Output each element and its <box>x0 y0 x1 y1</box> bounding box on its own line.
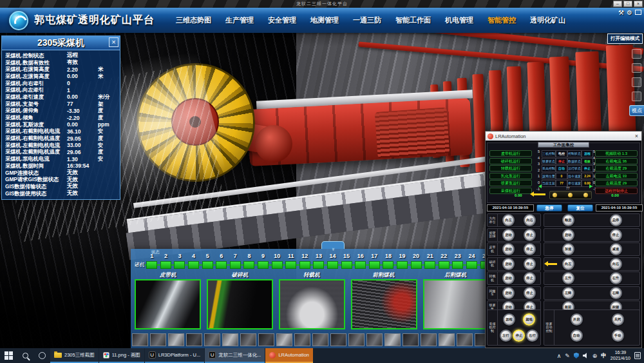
nav-item-8[interactable]: 透明化矿山 <box>523 15 573 25</box>
cortana-button[interactable] <box>33 348 50 363</box>
support-status-indicator[interactable] <box>451 261 465 269</box>
network-icon[interactable]: ⊕ <box>592 353 598 359</box>
support-status-indicator[interactable] <box>229 261 243 269</box>
control-button[interactable]: 右行 <box>526 329 538 342</box>
nav-item-4[interactable]: 一通三防 <box>346 15 388 25</box>
filmstrip-thumbnail[interactable] <box>402 333 419 346</box>
control-button[interactable]: 启动 <box>502 243 515 255</box>
camera-thumbnail[interactable] <box>135 279 201 329</box>
close-icon[interactable]: × <box>634 133 639 139</box>
nav-item-1[interactable]: 生产管理 <box>218 15 261 25</box>
status-button[interactable]: 左截温度 29 <box>595 180 638 186</box>
maximize-button[interactable]: □ <box>623 1 632 7</box>
pen-icon[interactable]: ✎ <box>565 353 570 359</box>
filmstrip-thumbnail[interactable] <box>294 333 310 346</box>
support-status-indicator[interactable] <box>368 261 382 269</box>
minimize-button[interactable]: – <box>613 1 622 7</box>
tools-icon[interactable]: ⚒ <box>618 9 624 17</box>
control-button[interactable]: 左升 <box>562 272 574 284</box>
status-button[interactable]: 喷雾泵运行 <box>489 180 532 186</box>
support-status-indicator[interactable] <box>200 261 214 269</box>
camera-thumbnail[interactable] <box>423 279 489 329</box>
side-tool-icon[interactable] <box>632 77 641 87</box>
status-button[interactable]: 右截电流 36 <box>595 158 638 164</box>
filmstrip-thumbnail[interactable] <box>204 333 220 346</box>
control-button[interactable]: 顺启 <box>562 214 574 226</box>
control-button[interactable]: 左行 <box>500 329 512 342</box>
support-status-indicator[interactable] <box>242 261 256 269</box>
start-button[interactable] <box>0 348 17 363</box>
support-status-indicator[interactable] <box>437 261 451 269</box>
filmstrip-thumbnail[interactable] <box>366 333 383 346</box>
support-status-indicator[interactable] <box>381 261 395 269</box>
side-tool-icon[interactable] <box>632 63 641 73</box>
control-button[interactable]: 减速 <box>610 243 622 255</box>
close-button[interactable]: × <box>634 1 643 7</box>
control-button[interactable]: 启动 <box>562 229 574 241</box>
status-button[interactable]: 乳化泵运行 <box>489 173 532 179</box>
camera-thumbnail[interactable] <box>279 279 345 329</box>
side-tool-icon[interactable] <box>632 92 641 101</box>
control-button[interactable]: 停止 <box>524 229 536 241</box>
taskbar-app[interactable]: 龙软二三维一体化... <box>205 348 265 363</box>
control-button[interactable]: 远程 <box>503 313 515 326</box>
control-button[interactable]: 停止 <box>524 258 536 270</box>
control-button[interactable]: 启动 <box>502 272 515 284</box>
control-button[interactable]: 停止 <box>513 329 525 342</box>
nav-item-0[interactable]: 三维态势图 <box>169 15 218 25</box>
filmstrip-thumbnail[interactable] <box>240 333 256 346</box>
control-button[interactable]: 停止 <box>610 229 622 241</box>
control-button[interactable]: 就地 <box>523 313 535 326</box>
support-status-indicator[interactable] <box>145 261 159 269</box>
filmstrip-thumbnail[interactable] <box>276 333 292 346</box>
status-button[interactable]: 右截温度 29 <box>595 165 638 172</box>
taskbar-app[interactable]: 2305三维截图 <box>50 348 99 363</box>
close-icon[interactable]: × <box>109 37 118 47</box>
control-button[interactable]: 停止 <box>524 243 536 255</box>
control-button[interactable]: 开启 <box>571 313 583 326</box>
control-button[interactable]: 启动 <box>502 258 515 270</box>
control-button[interactable]: 关闭 <box>612 313 624 326</box>
control-button[interactable]: 启动 <box>502 287 515 299</box>
taskbar-app[interactable]: LRAutomation <box>265 348 313 363</box>
camera-thumbnail[interactable] <box>207 279 273 329</box>
camera-thumbnail[interactable] <box>351 279 417 329</box>
filmstrip-thumbnail[interactable] <box>186 333 202 346</box>
support-status-indicator[interactable] <box>270 261 284 269</box>
nav-item-7[interactable]: 智能管控 <box>480 15 523 25</box>
filmstrip-thumbnail[interactable] <box>258 333 274 346</box>
filmstrip-thumbnail[interactable] <box>312 333 328 346</box>
shield-icon[interactable] <box>574 353 579 358</box>
status-button[interactable]: 破碎机运行 <box>489 158 532 164</box>
filmstrip-thumbnail[interactable] <box>348 333 365 346</box>
control-button[interactable]: 向左 <box>562 258 574 270</box>
control-button[interactable]: 向左 <box>502 214 515 226</box>
search-button[interactable] <box>17 348 33 363</box>
filmstrip-thumbnail[interactable] <box>384 333 401 346</box>
support-status-indicator[interactable] <box>187 261 201 269</box>
chevron-up-icon[interactable]: ∧ <box>557 353 562 359</box>
ime-language-indicator[interactable]: 中 <box>601 352 607 360</box>
support-status-indicator[interactable] <box>256 261 270 269</box>
filmstrip-thumbnail[interactable] <box>222 333 238 346</box>
support-status-indicator[interactable] <box>312 261 326 269</box>
viewpoint-tab[interactable]: 视点 <box>629 105 644 116</box>
filmstrip-thumbnail[interactable] <box>132 333 148 346</box>
speaker-icon[interactable] <box>583 353 589 358</box>
support-status-indicator[interactable] <box>423 261 437 269</box>
support-status-indicator[interactable] <box>395 261 410 269</box>
status-button[interactable]: 皮带机运行 <box>489 150 532 157</box>
control-button[interactable]: 总停 <box>610 214 622 226</box>
control-button[interactable]: 停止 <box>524 287 536 299</box>
filmstrip-thumbnail[interactable] <box>439 333 455 346</box>
gear-icon[interactable]: ⚙ <box>627 9 632 17</box>
support-status-indicator[interactable] <box>409 261 423 269</box>
fit-window-icon[interactable] <box>635 9 641 17</box>
filmstrip-thumbnail[interactable] <box>150 333 166 346</box>
open-edit-mode-button[interactable]: 打开编辑模式 <box>607 34 643 44</box>
nav-item-5[interactable]: 智能工作面 <box>388 15 438 25</box>
support-status-indicator[interactable] <box>354 261 368 269</box>
support-status-indicator[interactable] <box>298 261 312 269</box>
support-status-indicator[interactable] <box>339 261 354 269</box>
control-button[interactable]: 手动 <box>612 329 624 342</box>
